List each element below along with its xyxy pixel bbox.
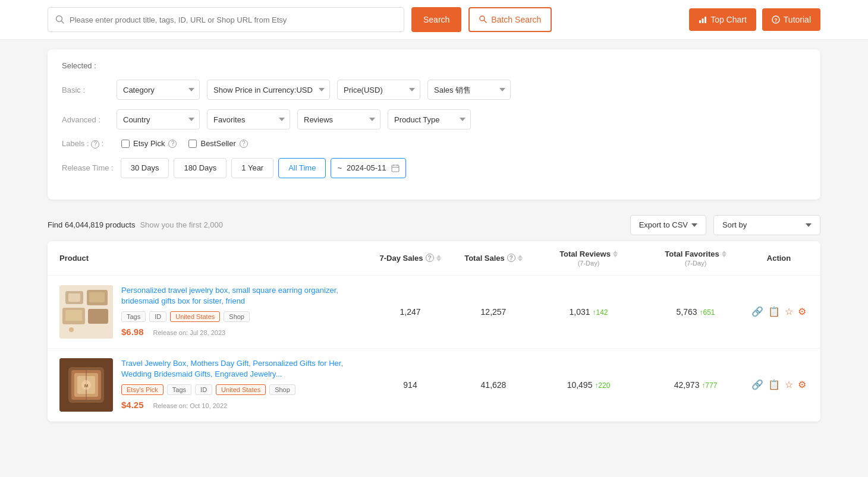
- sort-by-label: Sort by: [722, 220, 747, 229]
- 7day-sort-down: [436, 258, 441, 261]
- reviews-select[interactable]: Reviews: [297, 109, 380, 129]
- bestseller-help-icon[interactable]: ?: [240, 140, 248, 148]
- product-type-select[interactable]: Product Type: [388, 109, 471, 129]
- labels-label: Labels : ? :: [62, 139, 109, 149]
- col-total-reviews: Total Reviews (7-Day): [535, 249, 642, 267]
- 180days-button[interactable]: 180 Days: [174, 158, 227, 178]
- 7day-sales-1: 1,247: [369, 307, 452, 317]
- release-info-2: Release on: Oct 10, 2022: [153, 402, 227, 409]
- col-reviews-sub: (7-Day): [578, 260, 600, 267]
- 7day-help-icon[interactable]: ?: [426, 254, 434, 262]
- etsy-pick-input[interactable]: [121, 140, 130, 148]
- search-box: [48, 7, 404, 32]
- reviews-sort[interactable]: [613, 251, 618, 257]
- product-info-1: Personalized travel jewelry box, small s…: [59, 285, 369, 339]
- product-thumbnail-1: [59, 285, 113, 339]
- svg-text:M: M: [84, 383, 89, 388]
- labels-help-icon[interactable]: ?: [91, 140, 99, 149]
- favorites-sort-up: [722, 251, 727, 254]
- settings-icon-1[interactable]: ⚙: [798, 306, 806, 317]
- labels-row: Labels : ? : Etsy Pick ? BestSeller ?: [62, 139, 806, 149]
- search-icon: [55, 15, 65, 24]
- col-total-favorites: Total Favorites (7-Day): [642, 249, 749, 267]
- advanced-filter-row: Advanced : Country Favorites Reviews Pro…: [62, 109, 806, 129]
- sales-select[interactable]: Sales 销售: [427, 80, 511, 100]
- batch-search-icon: [479, 15, 488, 24]
- price-select[interactable]: Price(USD): [337, 80, 420, 100]
- header-right: Top Chart ? Tutorial: [689, 8, 820, 31]
- tag-tags-1[interactable]: Tags: [121, 311, 146, 322]
- 7day-sort[interactable]: [436, 255, 441, 261]
- link-icon-2[interactable]: 🔗: [751, 379, 763, 390]
- etsy-pick-help-icon[interactable]: ?: [168, 140, 177, 148]
- date-range[interactable]: ~ 2024-05-11: [331, 158, 405, 178]
- category-select[interactable]: Category: [117, 80, 200, 100]
- tag-etsy-pick-2[interactable]: Etsy's Pick: [121, 384, 163, 395]
- link-icon-1[interactable]: 🔗: [751, 306, 763, 317]
- tag-us-1[interactable]: United States: [170, 311, 220, 322]
- favorites-sort[interactable]: [722, 251, 727, 257]
- table-header: Product 7-Day Sales ? Total Sales ? Tota…: [48, 241, 820, 276]
- selected-label: Selected :: [62, 61, 96, 70]
- tag-us-2[interactable]: United States: [216, 384, 266, 395]
- date-range-separator: ~: [337, 163, 342, 172]
- favorites-increase-1: ↑651: [699, 308, 715, 317]
- list-icon-2[interactable]: 📋: [768, 379, 780, 390]
- total-sales-sort[interactable]: [518, 255, 523, 261]
- tag-shop-2[interactable]: Shop: [269, 384, 295, 395]
- reviews-count-2: 10,495: [567, 380, 593, 390]
- table-row: Personalized travel jewelry box, small s…: [48, 276, 820, 349]
- 1year-button[interactable]: 1 Year: [231, 158, 273, 178]
- reviews-increase-2: ↑220: [595, 381, 610, 390]
- star-icon-2[interactable]: ☆: [785, 379, 793, 390]
- svg-rect-5: [702, 18, 704, 23]
- search-input[interactable]: [70, 15, 397, 24]
- top-chart-button[interactable]: Top Chart: [689, 8, 756, 31]
- col-7day-sales: 7-Day Sales ?: [369, 254, 452, 263]
- product-detail-1: Personalized travel jewelry box, small s…: [121, 285, 369, 337]
- col-total-sales-label: Total Sales: [464, 254, 505, 263]
- find-products-text: Find 64,044,819 products: [48, 220, 135, 229]
- alltime-button[interactable]: All Time: [278, 158, 326, 178]
- advanced-label: Advanced :: [62, 115, 109, 124]
- 30days-button[interactable]: 30 Days: [121, 158, 169, 178]
- bestseller-checkbox[interactable]: BestSeller ?: [188, 139, 247, 148]
- export-csv-button[interactable]: Export to CSV: [630, 215, 706, 235]
- list-icon-1[interactable]: 📋: [768, 306, 780, 317]
- chart-icon: [699, 15, 707, 24]
- col-reviews-label: Total Reviews: [559, 249, 611, 258]
- reviews-increase-1: ↑142: [592, 308, 608, 317]
- product-title-1[interactable]: Personalized travel jewelry box, small s…: [121, 285, 369, 307]
- bestseller-input[interactable]: [188, 140, 197, 148]
- svg-rect-4: [699, 20, 701, 23]
- svg-line-1: [62, 21, 64, 24]
- batch-search-button[interactable]: Batch Search: [468, 7, 552, 32]
- date-range-end: 2024-05-11: [347, 163, 386, 172]
- product-tags-1: Tags ID United States Shop: [121, 311, 369, 322]
- currency-select[interactable]: Show Price in Currency:USD: [207, 80, 330, 100]
- action-icons-2: 🔗 📋 ☆ ⚙: [749, 379, 809, 390]
- favorites-select[interactable]: Favorites: [207, 109, 290, 129]
- calendar-icon: [391, 164, 400, 172]
- country-select[interactable]: Country: [117, 109, 200, 129]
- tag-id-1[interactable]: ID: [149, 311, 166, 322]
- basic-label: Basic :: [62, 86, 109, 94]
- tutorial-button[interactable]: ? Tutorial: [762, 8, 820, 31]
- product-title-2[interactable]: Travel Jewelry Box, Mothers Day Gift, Pe…: [121, 358, 369, 380]
- batch-search-label: Batch Search: [491, 15, 541, 24]
- star-icon-1[interactable]: ☆: [785, 306, 793, 317]
- table-row: M Travel Jewelry Box, Mothers Day Gift, …: [48, 349, 820, 422]
- reviews-sort-down: [613, 254, 618, 257]
- svg-rect-20: [88, 309, 108, 324]
- etsy-pick-checkbox[interactable]: Etsy Pick ?: [121, 139, 177, 148]
- total-sales-help-icon[interactable]: ?: [507, 254, 515, 262]
- sort-by-button[interactable]: Sort by: [713, 215, 820, 235]
- total-sales-sort-down: [518, 258, 523, 261]
- settings-icon-2[interactable]: ⚙: [798, 379, 806, 390]
- results-bar: Find 64,044,819 products Show you the fi…: [0, 209, 868, 241]
- tag-shop-1[interactable]: Shop: [224, 311, 250, 322]
- tag-id-2[interactable]: ID: [195, 384, 212, 395]
- tag-tags-2[interactable]: Tags: [167, 384, 191, 395]
- search-button[interactable]: Search: [411, 7, 461, 32]
- header: Search Batch Search Top Chart ? Tutorial: [0, 0, 868, 40]
